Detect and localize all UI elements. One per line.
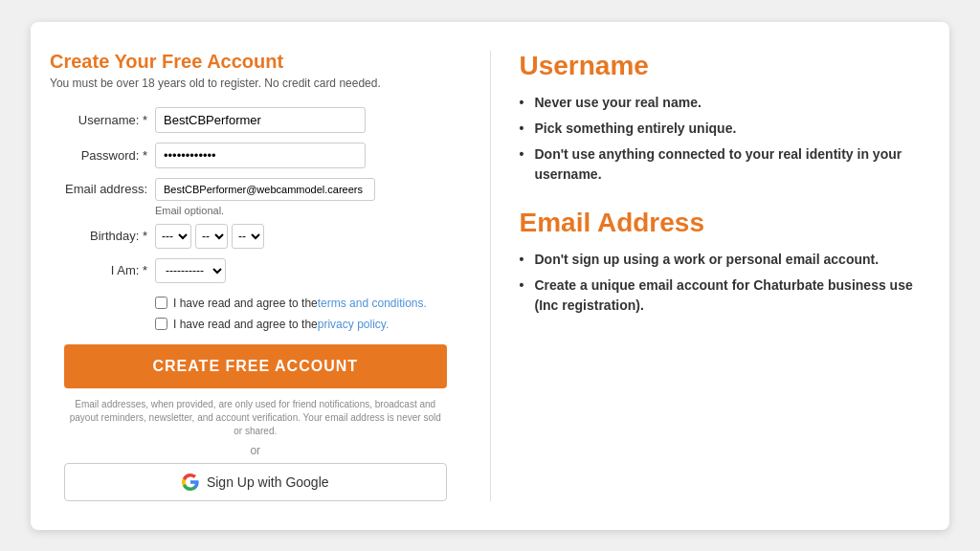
terms-link[interactable]: terms and conditions. xyxy=(318,297,427,310)
birthday-day-select[interactable]: -- xyxy=(195,224,228,249)
terms-checkbox[interactable] xyxy=(155,297,167,309)
privacy-link[interactable]: privacy policy. xyxy=(318,318,389,331)
username-tip-3: Don't use anything connected to your rea… xyxy=(520,144,931,185)
form-title: Create Your Free Account xyxy=(50,51,461,73)
left-panel: Create Your Free Account You must be ove… xyxy=(50,51,461,501)
username-tip-2: Pick something entirely unique. xyxy=(520,119,931,139)
username-tips-list: Never use your real name. Pick something… xyxy=(520,93,931,185)
email-note: Email optional. xyxy=(155,205,461,216)
email-input[interactable] xyxy=(155,178,375,201)
username-input[interactable] xyxy=(155,107,366,133)
birthday-month-select[interactable]: --- xyxy=(155,224,191,249)
email-disclaimer: Email addresses, when provided, are only… xyxy=(64,398,447,438)
email-row: Email address: xyxy=(50,178,461,201)
email-tip-1: Don't sign up using a work or personal e… xyxy=(520,250,931,270)
google-signup-label: Sign Up with Google xyxy=(207,474,329,490)
main-container: Create Your Free Account You must be ove… xyxy=(31,22,949,530)
google-signup-button[interactable]: Sign Up with Google xyxy=(64,463,447,501)
i-am-row: I Am: * ---------- xyxy=(50,258,461,283)
privacy-checkbox-row: I have read and agree to the privacy pol… xyxy=(155,318,461,331)
terms-checkbox-row: I have read and agree to the terms and c… xyxy=(155,297,461,310)
form-subtitle: You must be over 18 years old to registe… xyxy=(50,77,461,90)
username-tip-1: Never use your real name. xyxy=(520,93,931,113)
password-row: Password: * xyxy=(50,143,461,168)
i-am-select[interactable]: ---------- xyxy=(155,258,226,283)
email-tips-list: Don't sign up using a work or personal e… xyxy=(520,250,931,316)
birthday-label: Birthday: * xyxy=(50,229,155,243)
email-tip-2: Create a unique email account for Chatur… xyxy=(520,276,931,316)
right-panel: Username Never use your real name. Pick … xyxy=(490,51,931,501)
terms-text: I have read and agree to the xyxy=(173,297,318,310)
password-input[interactable] xyxy=(155,143,366,168)
google-icon xyxy=(182,474,199,491)
username-label: Username: * xyxy=(50,113,155,127)
email-label: Email address: xyxy=(50,182,155,196)
privacy-text: I have read and agree to the xyxy=(173,318,318,331)
username-row: Username: * xyxy=(50,107,461,133)
i-am-label: I Am: * xyxy=(50,263,155,277)
birthday-selects: --- -- -- xyxy=(155,224,264,249)
password-label: Password: * xyxy=(50,148,155,163)
privacy-checkbox[interactable] xyxy=(155,318,167,330)
birthday-row: Birthday: * --- -- -- xyxy=(50,224,461,249)
username-section-title: Username xyxy=(520,51,931,81)
create-account-button[interactable]: CREATE FREE ACCOUNT xyxy=(64,344,447,388)
or-divider: or xyxy=(50,444,461,457)
email-section-title: Email Address xyxy=(520,208,931,238)
birthday-year-select[interactable]: -- xyxy=(232,224,264,249)
